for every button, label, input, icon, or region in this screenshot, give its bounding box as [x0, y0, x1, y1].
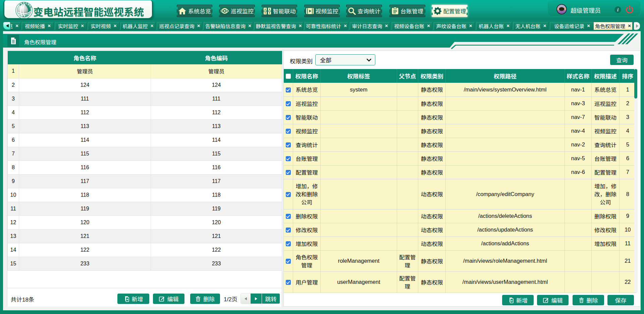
svg-text:电: 电: [24, 2, 26, 4]
